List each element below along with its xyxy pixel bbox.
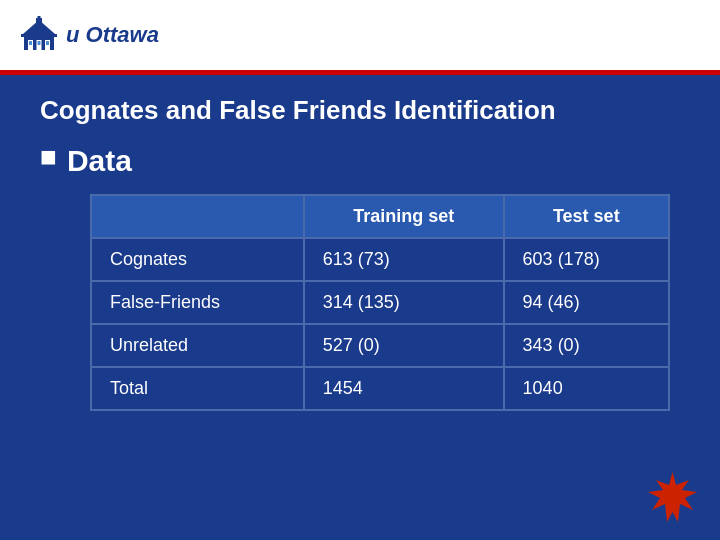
row-training-cognates: 613 (73) <box>304 238 504 281</box>
logo-text: u Ottawa <box>66 22 159 48</box>
svg-marker-11 <box>648 472 697 522</box>
row-label-unrelated: Unrelated <box>91 324 304 367</box>
table-body: Cognates 613 (73) 603 (178) False-Friend… <box>91 238 669 410</box>
header-empty <box>91 195 304 238</box>
logo-container: u Ottawa <box>20 16 159 54</box>
table-header-row: Training set Test set <box>91 195 669 238</box>
main-content: Cognates and False Friends Identificatio… <box>0 75 720 431</box>
slide: u Ottawa Cognates and False Friends Iden… <box>0 0 720 540</box>
svg-rect-7 <box>38 16 41 19</box>
row-training-false-friends: 314 (135) <box>304 281 504 324</box>
row-test-cognates: 603 (178) <box>504 238 669 281</box>
row-test-unrelated: 343 (0) <box>504 324 669 367</box>
table-header: Training set Test set <box>91 195 669 238</box>
top-bar: u Ottawa <box>0 0 720 70</box>
svg-rect-8 <box>29 41 32 45</box>
svg-rect-9 <box>38 41 41 45</box>
data-table: Training set Test set Cognates 613 (73) … <box>90 194 670 411</box>
maple-leaf-icon <box>645 470 700 525</box>
svg-rect-4 <box>21 34 57 37</box>
row-label-total: Total <box>91 367 304 410</box>
table-row: Cognates 613 (73) 603 (178) <box>91 238 669 281</box>
table-row: Total 1454 1040 <box>91 367 669 410</box>
university-icon <box>20 16 58 54</box>
bullet-row: ■ Data <box>40 144 680 178</box>
slide-title: Cognates and False Friends Identificatio… <box>40 95 680 126</box>
header-test-set: Test set <box>504 195 669 238</box>
row-test-total: 1040 <box>504 367 669 410</box>
section-label: Data <box>67 144 132 178</box>
row-label-cognates: Cognates <box>91 238 304 281</box>
svg-rect-10 <box>46 41 49 45</box>
table-row: False-Friends 314 (135) 94 (46) <box>91 281 669 324</box>
bullet-icon: ■ <box>40 142 57 173</box>
row-training-unrelated: 527 (0) <box>304 324 504 367</box>
table-row: Unrelated 527 (0) 343 (0) <box>91 324 669 367</box>
header-training-set: Training set <box>304 195 504 238</box>
row-training-total: 1454 <box>304 367 504 410</box>
row-test-false-friends: 94 (46) <box>504 281 669 324</box>
row-label-false-friends: False-Friends <box>91 281 304 324</box>
